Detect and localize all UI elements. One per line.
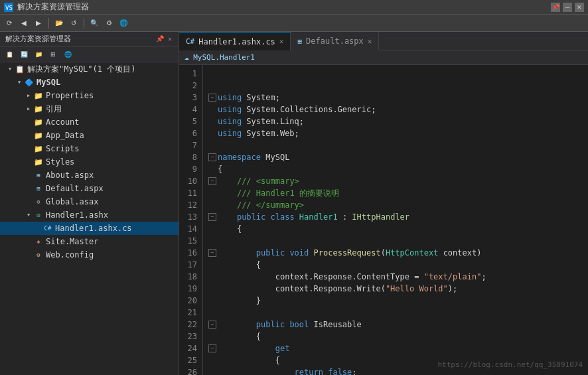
references-expand[interactable]: ▶ [24, 104, 33, 113]
scripts-icon: 📁 [33, 143, 44, 154]
panel-toolbar-btn-4[interactable]: ⊞ [46, 48, 60, 61]
global-expand[interactable] [24, 197, 33, 206]
tab-handler1cs[interactable]: C# Handler1.ashx.cs ✕ [179, 32, 291, 50]
code-line-20: − public bool IsReusable [208, 319, 588, 331]
webconfig-label: Web.config [46, 250, 94, 260]
line-number-22: 22 [182, 319, 197, 331]
panel-toolbar-btn-1[interactable]: 📋 [3, 48, 16, 61]
tree-properties[interactable]: ▶ 📁 Properties [0, 89, 179, 102]
toolbar-sep-1 [48, 18, 49, 29]
tree-default[interactable]: ⊞ Default.aspx [0, 182, 179, 195]
solution-expand[interactable]: ▼ [5, 64, 15, 74]
code-lines[interactable]: −using System;using System.Collections.G… [203, 65, 588, 375]
title-bar-controls: 📌 ─ ✕ [551, 3, 584, 12]
token-11-0: public [237, 211, 265, 223]
line-indent-22 [218, 342, 275, 354]
code-line-22: − get [208, 342, 588, 354]
close-panel-button[interactable]: ✕ [575, 3, 584, 12]
minimize-button[interactable]: ─ [563, 3, 572, 12]
expand-btn-11[interactable]: − [208, 213, 216, 221]
app-data-expand[interactable] [24, 131, 33, 140]
tree-account[interactable]: 📁 Account [0, 115, 179, 129]
tab-handler1cs-close[interactable]: ✕ [279, 38, 284, 45]
expand-btn-22[interactable]: − [208, 344, 216, 352]
line-number-25: 25 [182, 354, 197, 366]
line-number-1: 1 [182, 68, 197, 80]
handler1-expand[interactable]: ▼ [24, 210, 33, 220]
styles-label: Styles [46, 157, 74, 167]
panel-toolbar-btn-2[interactable]: 🔄 [17, 48, 31, 61]
line-indent-24 [218, 366, 295, 375]
toolbar-web-btn[interactable]: 🌐 [117, 17, 130, 30]
expand-btn-20[interactable]: − [208, 321, 216, 329]
global-icon: ⊙ [33, 196, 44, 207]
handler1cs-expand [33, 224, 42, 233]
styles-icon: 📁 [33, 157, 44, 167]
handler1ashx-icon: ⊡ [33, 210, 44, 220]
tab-defaultaspx-close[interactable]: ✕ [368, 38, 372, 45]
tab-defaultaspx[interactable]: ⊞ Default.aspx ✕ [291, 32, 379, 50]
panel-header-title: 解决方案资源管理器 [5, 34, 71, 44]
panel-close-btn[interactable]: ✕ [167, 35, 173, 42]
line-number-20: 20 [182, 295, 197, 307]
line-number-26: 26 [182, 366, 197, 375]
expand-btn-1[interactable]: − [208, 94, 216, 102]
scripts-expand[interactable] [24, 144, 33, 153]
tree-sitemaster[interactable]: ◈ Site.Master [0, 235, 179, 248]
toolbar-settings-btn[interactable]: ⚙ [102, 17, 115, 30]
styles-expand[interactable] [24, 157, 33, 167]
tree-app-data[interactable]: 📁 App_Data [0, 129, 179, 142]
default-expand[interactable] [24, 184, 33, 193]
panel-toolbar-btn-3[interactable]: 📁 [32, 48, 45, 61]
tree-scripts[interactable]: 📁 Scripts [0, 142, 179, 155]
token-14-2: void [289, 247, 309, 259]
tree-handler1ashx[interactable]: ▼ ⊡ Handler1.ashx [0, 208, 179, 222]
tree-webconfig[interactable]: ⚙ Web.config [0, 248, 179, 262]
sitemaster-expand[interactable] [24, 237, 33, 246]
tree-about[interactable]: ⊞ About.aspx [0, 169, 179, 182]
code-line-12: { [208, 223, 588, 235]
line-indent-14 [218, 247, 256, 259]
toolbar-sync-btn[interactable]: ⟳ [3, 17, 16, 30]
webconfig-expand[interactable] [24, 250, 33, 260]
tree-styles[interactable]: 📁 Styles [0, 155, 179, 169]
project-root[interactable]: ▼ 🔷 MySQL [0, 76, 179, 89]
code-editor[interactable]: 1234567891011121314151617181920212223242… [179, 65, 588, 375]
about-expand[interactable] [24, 171, 33, 180]
project-label: MySQL [37, 78, 60, 87]
toolbar-forward-btn[interactable]: ▶ [32, 17, 45, 30]
line-number-15: 15 [182, 235, 197, 247]
global-label: Global.asax [46, 197, 98, 206]
token-23-0: { [275, 354, 280, 366]
line-indent-15 [218, 259, 256, 271]
toolbar-back-btn[interactable]: ◀ [17, 17, 31, 30]
expand-btn-6[interactable]: − [208, 153, 216, 161]
handler1cs-icon: C# [42, 223, 53, 234]
panel-pin-btn[interactable]: 📌 [155, 35, 165, 42]
toolbar-refresh-btn[interactable]: ↺ [67, 17, 80, 30]
panel-toolbar-btn-5[interactable]: 🌐 [61, 48, 74, 61]
toolbar-show-all-btn[interactable]: 📂 [52, 17, 66, 30]
token-17-2: ); [448, 283, 457, 295]
code-line-5 [208, 139, 588, 151]
toolbar-filter-btn[interactable]: 🔍 [88, 17, 101, 30]
line-number-8: 8 [182, 151, 197, 163]
properties-label: Properties [46, 91, 94, 100]
expand-btn-14[interactable]: − [208, 249, 216, 257]
expand-btn-8[interactable]: − [208, 177, 216, 185]
tree-handler1cs[interactable]: C# Handler1.ashx.cs [0, 222, 179, 235]
token-17-1: "Hello World" [386, 283, 448, 295]
line-indent-20 [218, 319, 256, 331]
code-line-4: using System.Web; [208, 127, 588, 139]
pin-button[interactable]: 📌 [551, 3, 560, 12]
properties-expand[interactable]: ▶ [24, 91, 33, 100]
project-expand[interactable]: ▼ [15, 78, 24, 87]
line-indent-11 [218, 211, 237, 223]
code-line-23: { [208, 354, 588, 366]
account-expand[interactable] [24, 117, 33, 127]
tree-global[interactable]: ⊙ Global.asax [0, 195, 179, 208]
solution-root[interactable]: ▼ 📋 解决方案"MySQL"(1 个项目) [0, 62, 179, 76]
token-9-0: /// Handler1 的摘要说明 [237, 187, 339, 199]
tab-defaultaspx-icon: ⊞ [297, 37, 302, 46]
tree-references[interactable]: ▶ 📁 引用 [0, 102, 179, 115]
